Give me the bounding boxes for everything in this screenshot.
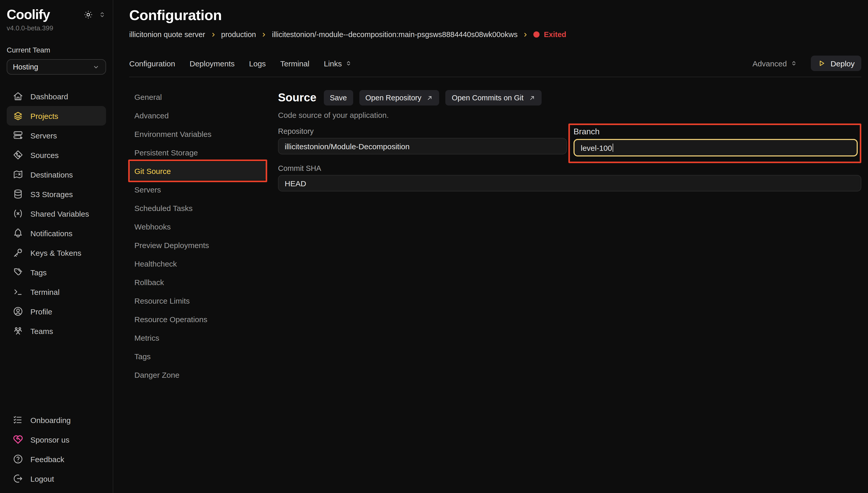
subnav-item-metrics[interactable]: Metrics bbox=[129, 328, 266, 347]
sidebar-item-label: Terminal bbox=[30, 287, 60, 296]
tab-label: Configuration bbox=[129, 59, 175, 68]
subnav-item-preview-deployments[interactable]: Preview Deployments bbox=[129, 236, 266, 254]
sidebar-item-label: Keys & Tokens bbox=[30, 248, 81, 257]
commit-sha-value: HEAD bbox=[285, 179, 306, 188]
section-title: Source bbox=[278, 91, 316, 105]
sidebar-item-dashboard[interactable]: Dashboard bbox=[7, 86, 106, 106]
text-cursor bbox=[613, 144, 613, 152]
sidebar-item-feedback[interactable]: Feedback bbox=[7, 449, 106, 469]
breadcrumb-project[interactable]: illicitonion quote server bbox=[129, 30, 205, 39]
chevron-down-icon bbox=[92, 63, 100, 71]
repository-branch-row: Repository illicitestonion/Module-Decomp… bbox=[278, 124, 861, 163]
breadcrumb-environment[interactable]: production bbox=[221, 30, 256, 39]
subnav-item-healthcheck[interactable]: Healthcheck bbox=[129, 254, 266, 273]
subnav-item-resource-operations[interactable]: Resource Operations bbox=[129, 310, 266, 328]
advanced-label: Advanced bbox=[753, 59, 787, 68]
sidebar-item-label: Servers bbox=[30, 131, 57, 140]
commit-sha-field: Commit SHA HEAD bbox=[278, 164, 861, 191]
tab-logs[interactable]: Logs bbox=[249, 59, 266, 68]
selector-icon bbox=[790, 60, 798, 67]
tab-links[interactable]: Links bbox=[324, 59, 352, 68]
help-icon bbox=[12, 453, 24, 465]
sidebar-item-projects[interactable]: Projects bbox=[7, 106, 106, 126]
save-button[interactable]: Save bbox=[323, 90, 353, 106]
sidebar-item-label: S3 Storages bbox=[30, 190, 73, 198]
chevron-right-icon bbox=[210, 31, 216, 38]
subnav-item-general[interactable]: General bbox=[129, 87, 266, 106]
tab-deployments[interactable]: Deployments bbox=[189, 59, 234, 68]
subnav-item-webhooks[interactable]: Webhooks bbox=[129, 217, 266, 236]
sidebar-item-shared-variables[interactable]: Shared Variables bbox=[7, 204, 106, 223]
commit-sha-input[interactable]: HEAD bbox=[278, 175, 861, 191]
deploy-label: Deploy bbox=[831, 59, 854, 68]
external-link-icon bbox=[529, 94, 535, 101]
subnav-item-scheduled-tasks[interactable]: Scheduled Tasks bbox=[129, 199, 266, 217]
sidebar-item-label: Destinations bbox=[30, 170, 73, 179]
sidebar: Coolify v4.0.0-beta.399 Current Team Hos… bbox=[0, 0, 113, 493]
breadcrumb-application[interactable]: illicitestonion/-module--decomposition:m… bbox=[272, 30, 517, 39]
subnav-item-advanced[interactable]: Advanced bbox=[129, 106, 266, 125]
heart-handshake-icon bbox=[12, 434, 24, 445]
subnav-item-environment-variables[interactable]: Environment Variables bbox=[129, 125, 266, 143]
app-version: v4.0.0-beta.399 bbox=[7, 24, 106, 32]
sidebar-item-tags[interactable]: Tags bbox=[7, 262, 106, 282]
sidebar-item-profile[interactable]: Profile bbox=[7, 302, 106, 321]
open-repository-button[interactable]: Open Repository bbox=[359, 90, 439, 106]
bell-icon bbox=[12, 228, 24, 239]
tags-icon bbox=[12, 266, 24, 278]
instance-selector-button[interactable] bbox=[98, 11, 106, 19]
tab-configuration[interactable]: Configuration bbox=[129, 59, 175, 68]
sidebar-item-sources[interactable]: Sources bbox=[7, 145, 106, 165]
subnav-item-git-source[interactable]: Git Source bbox=[129, 162, 266, 180]
git-icon bbox=[12, 149, 24, 160]
tab-label: Logs bbox=[249, 59, 266, 68]
sidebar-item-label: Projects bbox=[30, 111, 58, 120]
subnav-item-danger-zone[interactable]: Danger Zone bbox=[129, 365, 266, 384]
team-select[interactable]: Hosting bbox=[7, 59, 106, 74]
tab-terminal[interactable]: Terminal bbox=[280, 59, 310, 68]
theme-toggle-button[interactable] bbox=[83, 10, 93, 20]
open-commits-button[interactable]: Open Commits on Git bbox=[446, 90, 542, 106]
breadcrumb: illicitonion quote server production ill… bbox=[129, 30, 861, 39]
source-header: Source Save Open Repository Open Commits… bbox=[278, 90, 861, 106]
status-text: Exited bbox=[544, 30, 566, 39]
tabs: Configuration Deployments Logs Terminal … bbox=[129, 59, 352, 68]
sidebar-item-logout[interactable]: Logout bbox=[7, 469, 106, 488]
sidebar-item-keys-tokens[interactable]: Keys & Tokens bbox=[7, 243, 106, 262]
sidebar-item-sponsor[interactable]: Sponsor us bbox=[7, 430, 106, 449]
sidebar-item-label: Sponsor us bbox=[30, 435, 69, 444]
layers-icon bbox=[12, 110, 24, 122]
chevron-right-icon bbox=[260, 31, 267, 38]
sidebar-item-teams[interactable]: Teams bbox=[7, 321, 106, 341]
subnav-item-tags[interactable]: Tags bbox=[129, 347, 266, 365]
git-source-form: Source Save Open Repository Open Commits… bbox=[278, 87, 861, 493]
server-icon bbox=[12, 130, 24, 141]
chevron-right-icon bbox=[522, 31, 529, 38]
sidebar-item-s3-storages[interactable]: S3 Storages bbox=[7, 184, 106, 204]
app-logo: Coolify bbox=[7, 7, 50, 23]
logo-actions bbox=[83, 10, 106, 20]
app: Coolify v4.0.0-beta.399 Current Team Hos… bbox=[0, 0, 868, 493]
source-description: Code source of your application. bbox=[278, 111, 861, 120]
sidebar-item-label: Sources bbox=[30, 151, 59, 159]
subnav-item-persistent-storage[interactable]: Persistent Storage bbox=[129, 143, 266, 162]
sidebar-item-notifications[interactable]: Notifications bbox=[7, 223, 106, 243]
page-title: Configuration bbox=[129, 7, 861, 24]
advanced-dropdown[interactable]: Advanced bbox=[753, 59, 798, 68]
terminal-icon bbox=[12, 286, 24, 297]
deploy-button[interactable]: Deploy bbox=[811, 56, 861, 71]
sidebar-item-onboarding[interactable]: Onboarding bbox=[7, 410, 106, 430]
key-icon bbox=[12, 247, 24, 258]
subnav-item-rollback[interactable]: Rollback bbox=[129, 273, 266, 291]
sidebar-item-destinations[interactable]: Destinations bbox=[7, 165, 106, 184]
sidebar-item-terminal[interactable]: Terminal bbox=[7, 282, 106, 302]
branch-input[interactable]: level-100 bbox=[573, 139, 858, 156]
team-select-value: Hosting bbox=[13, 63, 38, 71]
subnav-item-resource-limits[interactable]: Resource Limits bbox=[129, 291, 266, 310]
sidebar-item-servers[interactable]: Servers bbox=[7, 126, 106, 145]
branch-label: Branch bbox=[573, 127, 858, 136]
repository-input[interactable]: illicitestonion/Module-Decomposition bbox=[278, 138, 567, 154]
users-icon bbox=[12, 325, 24, 337]
subnav-item-servers[interactable]: Servers bbox=[129, 180, 266, 199]
open-repository-label: Open Repository bbox=[365, 94, 421, 102]
